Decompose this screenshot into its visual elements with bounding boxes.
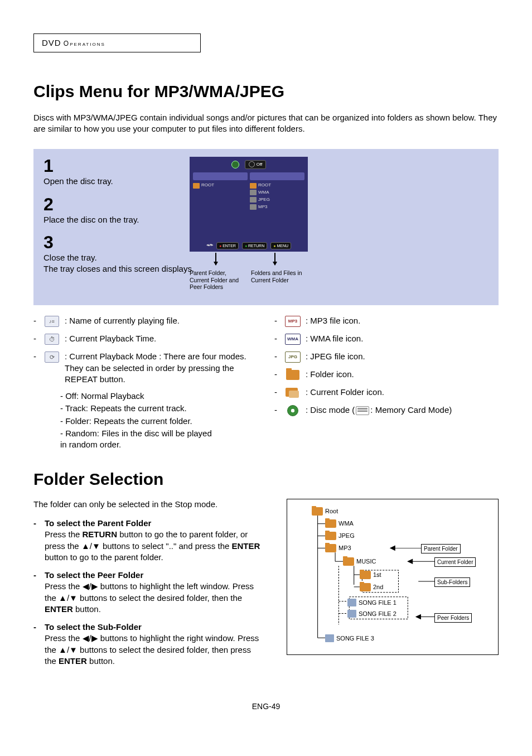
tree-mp3: MP3: [338, 544, 351, 552]
mock-left-pane: ROOT: [193, 172, 248, 239]
legend-disc-text: : Disc mode (: Memory Card Mode): [306, 405, 499, 416]
tree-lbl-parent: Parent Folder: [421, 544, 461, 554]
select-sub-head: To select the Sub-Folder: [45, 622, 264, 633]
legend-mode-text: : Current Playback Mode : There are four…: [65, 351, 258, 385]
select-parent-head: To select the Parent Folder: [45, 518, 264, 529]
tree-jpeg-icon: [325, 532, 336, 540]
tree-music-icon: [343, 557, 354, 566]
svg-marker-16: [416, 614, 420, 619]
disc-icon: [287, 405, 298, 416]
mock-wma: WMA: [258, 190, 269, 196]
tree-mp3-icon: [325, 544, 336, 552]
select-peer-body: Press the ◀/▶ buttons to highlight the l…: [45, 581, 264, 615]
tree-song1-icon: [347, 599, 356, 606]
current-folder-icon: [286, 388, 300, 398]
tree-lbl-current: Current Folder: [434, 557, 476, 567]
select-parent-body: Press the RETURN button to go the to par…: [45, 529, 264, 563]
legend-wma-text: : WMA file icon.: [306, 333, 499, 344]
mock-jpeg: JPEG: [258, 197, 270, 203]
legend-disc: - : Disc mode (: Memory Card Mode): [274, 405, 499, 417]
tree-2nd: 2nd: [373, 583, 383, 591]
tree-lbl-sub: Sub-Folders: [434, 577, 470, 588]
page-number: ENG-49: [33, 701, 499, 712]
mode-track: - Track: Repeats the current track.: [60, 403, 258, 414]
tree-root-icon: [312, 507, 323, 516]
mock-root-right: ROOT: [258, 182, 271, 189]
jpeg-file-icon: JPG: [285, 351, 301, 363]
mock-screen: Off ROOT ROOT WMA JPEG MP3 ◂▴▾▸ ● ENTER …: [190, 157, 308, 252]
disc-mode-badge: [231, 161, 239, 168]
clock-icon: ⏱: [45, 334, 59, 345]
tree-2nd-icon: [360, 583, 371, 591]
arrow-left: [215, 253, 221, 265]
memory-card-icon: [356, 406, 369, 415]
tree-root: Root: [325, 507, 338, 516]
header-ops: Operations: [64, 40, 105, 47]
tree-song3-icon: [325, 634, 334, 642]
legend-playing: - ♪≡ : Name of currently playing file.: [33, 315, 258, 328]
tree-1st: 1st: [373, 571, 381, 579]
legend-mp3: - MP3 : MP3 file icon.: [274, 315, 499, 328]
legend-curfolder-text: : Current Folder icon.: [306, 387, 499, 398]
tree-wma-icon: [325, 519, 336, 528]
return-badge: ● RETURN: [242, 242, 267, 249]
tree-song3: SONG FILE 3: [336, 634, 374, 643]
select-sub-body: Press the ◀/▶ buttons to highlight the r…: [45, 633, 264, 667]
repeat-icon: ⟳: [45, 351, 59, 363]
tree-song1: SONG FILE 1: [359, 599, 396, 607]
folder-selection-title: Folder Selection: [33, 468, 499, 491]
legend-jpg: - JPG : JPEG file icon.: [274, 351, 499, 363]
caption-right: Folders and Files in Current Folder: [251, 269, 304, 291]
legend-playing-text: : Name of currently playing file.: [65, 315, 258, 326]
menu-badge: ● MENU: [270, 242, 291, 249]
tree-song2: SONG FILE 2: [359, 610, 396, 618]
mode-folder: - Folder: Repeats the current folder.: [60, 416, 258, 427]
legend-wma: - WMA : WMA file icon.: [274, 333, 499, 345]
header-dvd: DVD: [42, 38, 61, 47]
screenshot-area: Off ROOT ROOT WMA JPEG MP3 ◂▴▾▸ ● ENTER …: [190, 157, 308, 291]
wma-file-icon: WMA: [285, 334, 301, 345]
enter-badge: ● ENTER: [216, 242, 239, 249]
mock-mp3: MP3: [258, 204, 267, 210]
folder-tree-diagram: Root WMA JPEG MP3 MUSIC 1st 2nd SONG FIL…: [287, 499, 499, 655]
mode-off: - Off: Normal Playback: [60, 391, 258, 402]
mode-random: - Random: Files in the disc will be play…: [60, 428, 258, 451]
caption-left: Parent Folder, Current Folder and Peer F…: [190, 269, 243, 291]
tree-music: MUSIC: [356, 557, 376, 566]
folder-para: The folder can only be selected in the S…: [33, 499, 264, 510]
svg-marker-14: [390, 546, 395, 550]
select-parent: - To select the Parent Folder Press the …: [33, 518, 264, 563]
mp3-file-icon: MP3: [285, 316, 301, 327]
tree-song2-icon: [347, 610, 356, 618]
section-header: DVD Operations: [33, 33, 201, 52]
now-playing-icon: ♪≡: [45, 316, 59, 327]
legend-mp3-text: : MP3 file icon.: [306, 315, 499, 326]
steps-panel: 1 Open the disc tray. 2 Place the disc o…: [33, 149, 499, 305]
select-peer: - To select the Peer Folder Press the ◀/…: [33, 570, 264, 615]
legend-folder: - : Folder icon.: [274, 369, 499, 381]
mock-root-left: ROOT: [201, 182, 214, 189]
tree-wma: WMA: [338, 519, 354, 528]
folder-icon: [286, 370, 299, 380]
legend-jpg-text: : JPEG file icon.: [306, 351, 499, 362]
tree-1st-icon: [360, 571, 371, 579]
page-title: Clips Menu for MP3/WMA/JPEG: [33, 80, 499, 103]
arrow-right: [274, 253, 280, 265]
legend-time-text: : Current Playback Time.: [65, 333, 258, 344]
tree-lbl-peer: Peer Folders: [434, 613, 472, 623]
select-sub: - To select the Sub-Folder Press the ◀/▶…: [33, 622, 264, 667]
icon-legend: - ♪≡ : Name of currently playing file. -…: [33, 315, 499, 451]
intro-text: Discs with MP3/WMA/JPEG contain individu…: [33, 112, 499, 135]
legend-curfolder: - : Current Folder icon.: [274, 387, 499, 399]
select-peer-head: To select the Peer Folder: [45, 570, 264, 581]
navpad-icon: ◂▴▾▸: [206, 242, 213, 249]
tree-jpeg: JPEG: [338, 532, 355, 540]
off-badge: Off: [245, 160, 267, 168]
legend-folder-text: : Folder icon.: [306, 369, 499, 380]
legend-mode: - ⟳ : Current Playback Mode : There are …: [33, 351, 258, 385]
svg-marker-15: [408, 559, 412, 564]
mock-right-pane: ROOT WMA JPEG MP3: [250, 172, 304, 239]
legend-time: - ⏱ : Current Playback Time.: [33, 333, 258, 345]
